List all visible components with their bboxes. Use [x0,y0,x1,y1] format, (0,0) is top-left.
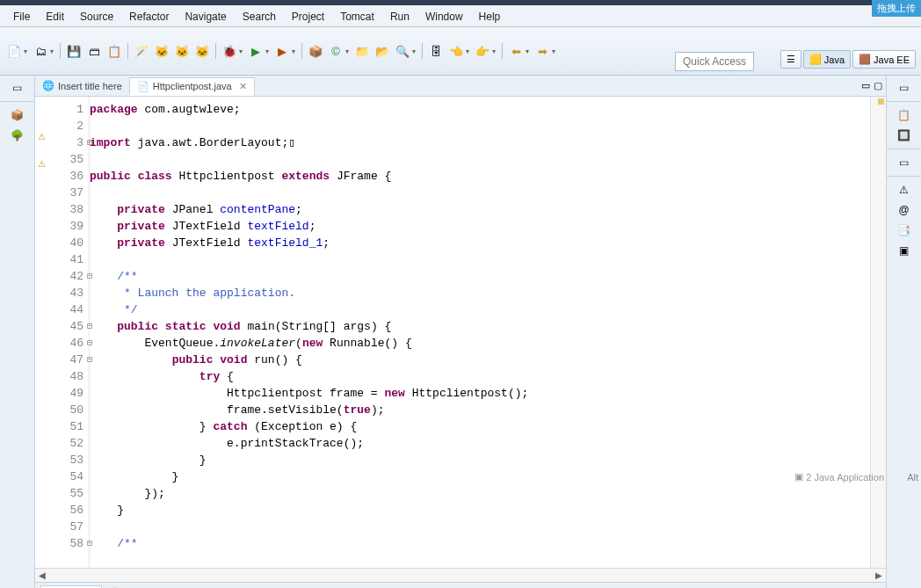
nav-button[interactable]: 👈 [447,42,465,60]
tab-label: Insert title here [58,81,122,91]
restore-icon[interactable]: ▭ [896,154,913,171]
restore-icon[interactable]: ▭ [9,79,26,97]
menu-tomcat[interactable]: Tomcat [332,9,382,25]
maximize-icon[interactable]: ▢ [874,80,882,91]
fold-minus-icon[interactable]: ⊟42 [47,268,83,285]
restore-icon[interactable]: ▭ [896,79,913,97]
dropdown-icon[interactable]: ▾ [24,47,29,55]
toolbar: 📄▾ 🗂▾ 💾 🗃 📋 🪄 🐱 🐱 🐱 🐞▾ ▶▾ ▶▾ 📦 ©▾ 📁 📂 🔍▾… [0,26,921,76]
back-button[interactable]: ⬅ [507,42,525,60]
wand-icon[interactable]: 🪄 [133,42,150,60]
open-type-button[interactable]: 📁 [353,42,371,60]
scroll-right-icon[interactable]: ▶ [875,570,882,580]
horizontal-scrollbar[interactable]: ◀ ▶ [35,568,886,582]
dropdown-icon[interactable]: ▾ [492,47,497,55]
dropdown-icon[interactable]: ▾ [552,47,557,55]
tomcat1-icon[interactable]: 🐱 [153,42,170,60]
javadoc-icon[interactable]: @ [896,201,913,219]
task-list-icon[interactable]: 📋 [896,106,913,124]
editor-mode-tabs: 📝Source 🎨Design [35,582,886,588]
java-perspective-button[interactable]: 🟨Java [803,50,851,69]
web-icon: 🌐 [42,80,54,91]
search-button[interactable]: 🔍 [394,42,411,60]
dropdown-icon[interactable]: ▾ [345,47,351,55]
menu-refactor[interactable]: Refactor [121,9,177,25]
problems-icon[interactable]: ⚠ [896,181,913,199]
toggle-button[interactable]: 🗄 [427,42,445,60]
menu-file[interactable]: File [5,9,38,25]
code-content[interactable]: package com.augtwleve; import java.awt.B… [90,97,870,568]
new-button[interactable]: 📄 [5,42,23,60]
warning-icon: ⚠ [35,132,47,142]
fold-minus-icon[interactable]: ⊟45 [47,318,83,335]
design-tab[interactable]: 🎨Design [102,584,163,588]
package-explorer-icon[interactable]: 📦 [9,106,26,124]
overview-ruler[interactable] [870,97,886,568]
perspective-bar: ☰ 🟨Java 🟫Java EE [780,50,916,69]
outline-icon[interactable]: 🔲 [896,127,913,144]
quick-access-input[interactable]: Quick Access [675,52,754,71]
tomcat2-icon[interactable]: 🐱 [173,42,191,60]
alt-hint: Alt [904,472,921,483]
console-icon[interactable]: ▣ [896,242,913,259]
warning-icon: ⚠ [35,159,47,169]
tab-insert-title[interactable]: 🌐 Insert title here [35,77,130,94]
menu-run[interactable]: Run [382,9,417,25]
debug-button[interactable]: 🐞 [221,42,238,60]
java-file-icon: 📄 [137,81,149,92]
menu-project[interactable]: Project [284,9,332,25]
menu-window[interactable]: Window [417,9,471,25]
dropdown-icon[interactable]: ▾ [50,47,55,55]
fold-minus-icon[interactable]: ⊟58 [47,535,83,552]
dropdown-icon[interactable]: ▾ [292,47,297,55]
fold-minus-icon[interactable]: ⊟46 [47,335,83,352]
save-button[interactable]: 💾 [65,42,83,60]
javaee-perspective-button[interactable]: 🟫Java EE [852,50,916,69]
tab-label: Httpclientpost.java [153,81,232,91]
code-editor[interactable]: ⚠ ⚠ 1 2 ⊞3 35 36 37 38 39 40 41 ⊟42 43 4… [35,97,886,568]
fold-plus-icon[interactable]: ⊞3 [47,134,83,151]
new-pkg-button[interactable]: 📦 [307,42,324,60]
menu-edit[interactable]: Edit [38,9,72,25]
hierarchy-icon[interactable]: 🌳 [9,127,26,144]
dropdown-icon[interactable]: ▾ [466,47,471,55]
run-button[interactable]: ▶ [247,42,265,60]
source-tab[interactable]: 📝Source [40,585,102,589]
dropdown-icon[interactable]: ▾ [526,47,531,55]
right-trim-stack: ▭ 📋 🔲 ▭ ⚠ @ 📑 ▣ [886,76,921,588]
scroll-left-icon[interactable]: ◀ [39,570,46,580]
forward-button[interactable]: ➡ [533,42,551,60]
close-icon[interactable]: ✕ [236,81,247,92]
menu-source[interactable]: Source [72,9,121,25]
fold-minus-icon[interactable]: ⊟47 [47,352,83,368]
editor-tab-bar: 🌐 Insert title here 📄 Httpclientpost.jav… [35,76,886,97]
dropdown-icon[interactable]: ▾ [239,47,244,55]
java-icon: 🟨 [809,54,822,65]
minimize-icon[interactable]: ▭ [861,80,870,91]
new-class-button[interactable]: © [327,42,344,60]
left-trim-stack: ▭ 📦 🌳 [0,76,35,588]
save-all-button[interactable]: 🗃 [85,42,103,60]
dropdown-icon[interactable]: ▾ [412,47,417,55]
javaee-icon: 🟫 [859,54,871,65]
tomcat3-icon[interactable]: 🐱 [193,42,211,60]
nav-button-2[interactable]: 👉 [474,42,491,60]
new-project-button[interactable]: 🗂 [32,42,49,60]
open-task-button[interactable]: 📂 [373,42,391,60]
menu-navigate[interactable]: Navigate [177,9,234,25]
dropdown-icon[interactable]: ▾ [265,47,271,55]
declaration-icon[interactable]: 📑 [896,221,913,239]
run-last-button[interactable]: ▶ [273,42,291,60]
menu-help[interactable]: Help [471,9,509,25]
open-perspective-button[interactable]: ☰ [780,50,801,69]
tab-httpclientpost[interactable]: 📄 Httpclientpost.java ✕ [130,77,255,96]
running-apps-label[interactable]: ▣ 2 Java Application [794,471,884,483]
marker-bar: ⚠ ⚠ [35,97,47,568]
menu-search[interactable]: Search [235,9,284,25]
print-button[interactable]: 📋 [105,42,123,60]
line-number-gutter: 1 2 ⊞3 35 36 37 38 39 40 41 ⊟42 43 44 ⊟4… [47,97,90,568]
corner-badge[interactable]: 拖拽上传 [872,0,921,17]
app-icon: ▣ [794,471,803,483]
